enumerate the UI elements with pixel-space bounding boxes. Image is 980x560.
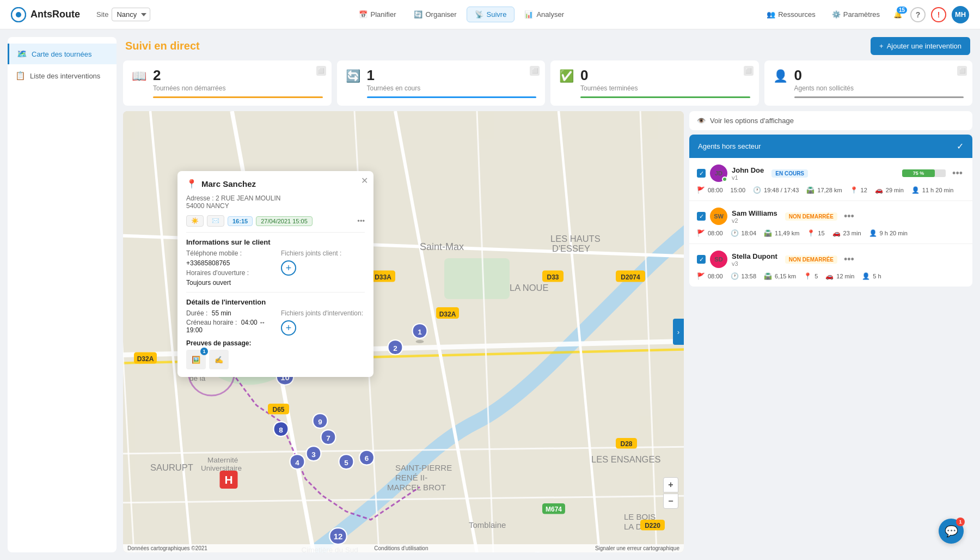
metric-starttime-stella: 🚩 08:00 <box>697 272 723 280</box>
agents-header-title: Agents hors secteur <box>698 142 761 150</box>
topnav: AntsRoute Site Nancy Paris Lyon 📅 Planif… <box>0 0 980 29</box>
list-icon: 📋 <box>15 71 26 81</box>
stat-icon-non-dem: 📖 <box>132 69 146 83</box>
logo[interactable]: AntsRoute <box>11 7 80 22</box>
sidebar-item-carte[interactable]: 🗺️ Carte des tournées <box>8 44 117 64</box>
agents-header-check: ✓ <box>957 141 964 151</box>
svg-text:1: 1 <box>418 328 422 336</box>
site-select[interactable]: Nancy Paris Lyon <box>112 8 150 21</box>
nav-suivre[interactable]: 📡 Suivre <box>467 7 515 22</box>
alert-label: ! <box>938 10 940 19</box>
map-zoom-in-button[interactable]: + <box>663 477 678 492</box>
map-attribution: Données cartographiques ©2021 <box>127 545 207 551</box>
popup-location-button[interactable]: ☀️ <box>186 215 204 227</box>
stat-copy-term[interactable]: ⬜ <box>744 66 754 76</box>
proof-image-thumb[interactable]: 🖼️ 1 <box>186 350 206 369</box>
app-name: AntsRoute <box>30 9 80 20</box>
popup-time-tag: 16:15 <box>228 216 253 226</box>
metric-starttime-stella-value: 08:00 <box>708 273 723 279</box>
map-pin-3[interactable]: 3 <box>307 446 321 461</box>
map-pin-7[interactable]: 7 <box>321 430 336 445</box>
metric-stops-value: 12 <box>861 187 867 193</box>
popup-actions: ☀️ ✉️ 16:15 27/04/2021 15:05 ••• <box>186 215 365 227</box>
nav-analyser[interactable]: 📊 Analyser <box>517 7 572 22</box>
map-pin-2[interactable]: 2 <box>388 340 403 355</box>
agent-checkbox-stella-dupont[interactable] <box>697 255 706 264</box>
svg-text:RENÉ II-: RENÉ II- <box>395 473 427 482</box>
map-pin-6[interactable]: 6 <box>359 451 374 465</box>
popup-add-client-file-button[interactable]: + <box>281 260 296 276</box>
nav-planifier[interactable]: 📅 Planifier <box>351 7 404 22</box>
map-pin-8[interactable]: 8 <box>274 422 289 436</box>
popup-phone-label: Téléphone mobile : <box>186 249 252 257</box>
stat-copy-en-cours[interactable]: ⬜ <box>530 66 540 76</box>
agent-info-stella-dupont: Stella Dupont v3 <box>732 252 777 267</box>
popup-add-intervention-file-button[interactable]: + <box>281 320 296 336</box>
parametres-button[interactable]: ⚙️ Paramètres <box>826 8 885 21</box>
metric-duration-john-doe: 🚗 29 min <box>875 186 904 194</box>
popup-date-tag: 27/04/2021 15:05 <box>256 216 313 226</box>
map-expand-button[interactable]: › <box>673 319 684 345</box>
agent-more-john-doe[interactable]: ••• <box>950 168 965 179</box>
chat-badge: 1 <box>956 518 965 526</box>
proof-signature-thumb[interactable]: ✍️ <box>209 350 229 369</box>
mail-icon: ✉️ <box>212 217 219 224</box>
site-label: Site <box>96 10 108 19</box>
notifications-button[interactable]: 🔔 15 <box>891 8 905 21</box>
agent-checkbox-john-doe[interactable] <box>697 169 706 178</box>
sidebar-item-liste[interactable]: 📋 Liste des interventions <box>8 65 117 86</box>
add-intervention-button[interactable]: + Ajouter une intervention <box>871 37 970 55</box>
road-icon-stella: 🛣️ <box>764 272 772 280</box>
sidebar: 🗺️ Carte des tournées 📋 Liste des interv… <box>8 37 117 552</box>
map-pin-9[interactable]: 9 <box>313 413 328 428</box>
stat-terminees: ✅ 0 Tournées terminées ⬜ <box>550 60 759 106</box>
popup-mail-button[interactable]: ✉️ <box>207 215 224 227</box>
progress-bar-wrap-john-doe: 75 % <box>902 169 946 177</box>
chevron-right-icon: › <box>677 328 679 336</box>
user-avatar[interactable]: MH <box>952 6 969 23</box>
metric-timerange-value: 19:48 / 17:43 <box>764 187 799 193</box>
popup-preuves-section: Preuves de passage: 🖼️ 1 ✍️ <box>186 339 270 369</box>
stat-copy-agents[interactable]: ⬜ <box>957 66 967 76</box>
map-terms[interactable]: Conditions d'utilisation <box>374 545 428 551</box>
chat-button[interactable]: 💬 1 <box>939 519 964 544</box>
popup-divider-2 <box>186 292 365 293</box>
ressources-button[interactable]: 👥 Ressources <box>761 8 821 21</box>
notif-badge: 15 <box>897 7 907 14</box>
road-icon-sam: 🛣️ <box>764 229 772 237</box>
popup-files-client-label: Fichiers joints client : <box>281 249 365 257</box>
plus-icon: + <box>879 42 884 50</box>
agent-more-stella-dupont[interactable]: ••• <box>842 254 856 265</box>
chat-icon: 💬 <box>945 525 958 538</box>
display-options-button[interactable]: 👁️ Voir les options d'affichage <box>689 111 972 130</box>
metric-dist-sam: 🛣️ 11,49 km <box>764 229 799 237</box>
metric-stops-sam-value: 15 <box>818 230 824 236</box>
alert-button[interactable]: ! <box>931 7 946 22</box>
nav-organiser[interactable]: 🔄 Organiser <box>406 7 464 22</box>
popup-close-button[interactable]: ✕ <box>361 175 368 186</box>
svg-text:D2074: D2074 <box>621 273 640 281</box>
agent-more-sam-williams[interactable]: ••• <box>842 211 856 222</box>
map-popup: ✕ 📍 Marc Sanchez Adresse : 2 RUE JEAN MO… <box>177 171 373 377</box>
popup-hours-row: Horaires d'ouverture : <box>186 269 270 277</box>
clock-icon-sam: 🕐 <box>731 229 739 237</box>
map-pin-12[interactable]: 12 <box>329 528 347 544</box>
help-button[interactable]: ? <box>910 7 926 22</box>
stat-label-term: Tournées terminées <box>580 84 750 92</box>
map-pin-4[interactable]: 4 <box>290 454 305 469</box>
popup-more-button[interactable]: ••• <box>357 217 365 225</box>
ressources-icon: 👥 <box>767 10 775 19</box>
gear-icon: ⚙️ <box>832 10 841 19</box>
map-report[interactable]: Signaler une erreur cartographique <box>595 545 679 551</box>
metric-duration-stella: 🚗 12 min <box>825 272 854 280</box>
agents-list: JD John Doe v1 EN COURS <box>689 158 972 287</box>
stat-copy-non-dem[interactable]: ⬜ <box>316 66 326 76</box>
stat-underline-non-dem <box>153 96 323 98</box>
agent-checkbox-sam-williams[interactable] <box>697 212 706 221</box>
map-pin-5[interactable]: 5 <box>339 454 354 469</box>
svg-text:D'ESSEY: D'ESSEY <box>552 244 590 253</box>
popup-hours-value: Toujours ouvert <box>186 279 270 287</box>
popup-phone-row: Téléphone mobile : <box>186 249 270 257</box>
stat-label-en-cours: Tournées en cours <box>367 84 537 92</box>
map-zoom-out-button[interactable]: − <box>663 494 678 509</box>
